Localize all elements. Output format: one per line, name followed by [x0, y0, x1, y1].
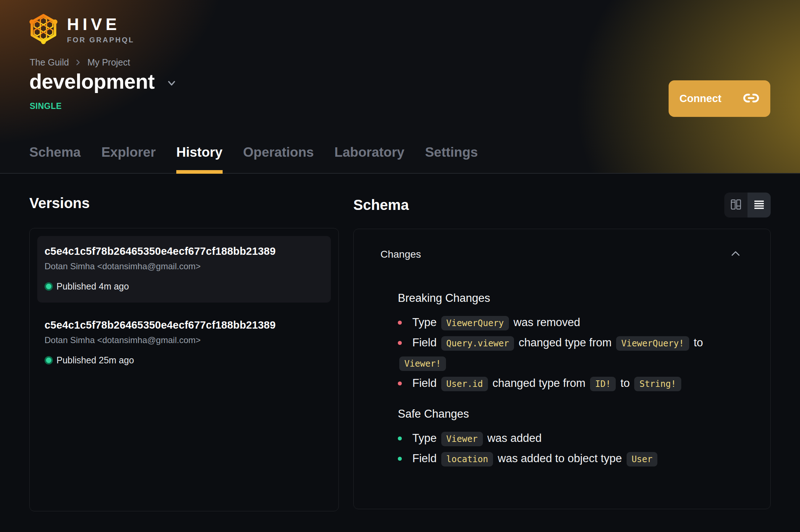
- tab-laboratory[interactable]: Laboratory: [334, 145, 404, 174]
- version-hash: c5e4c1c5f78b26465350e4ecf677cf188bb21389: [45, 319, 324, 331]
- versions-heading: Versions: [29, 195, 90, 211]
- change-item: Field Query.viewer changed type from Vie…: [398, 333, 738, 373]
- code-chip: Viewer: [441, 432, 483, 446]
- safe-changes-title: Safe Changes: [398, 408, 744, 421]
- versions-list: c5e4c1c5f78b26465350e4ecf677cf188bb21389…: [29, 228, 339, 511]
- breadcrumb-org[interactable]: The Guild: [30, 57, 69, 68]
- changes-panel: Changes Breaking Changes Type: [353, 229, 771, 509]
- code-chip: User: [627, 452, 658, 466]
- breadcrumb-project[interactable]: My Project: [87, 57, 130, 68]
- change-item: Type ViewerQuery was removed: [398, 313, 738, 333]
- page-header: HIVE FOR GRAPHQL The Guild My Project de…: [0, 0, 800, 174]
- connect-button[interactable]: Connect: [669, 80, 770, 117]
- code-chip: Query.viewer: [441, 336, 514, 351]
- code-chip: location: [441, 452, 493, 466]
- breadcrumb: The Guild My Project: [30, 57, 130, 68]
- tab-explorer[interactable]: Explorer: [101, 145, 156, 174]
- version-status-text: Published 4m ago: [56, 281, 129, 292]
- changes-section-label: Changes: [380, 249, 421, 260]
- breaking-changes-title: Breaking Changes: [398, 292, 744, 305]
- safe-bullet-icon: [398, 457, 402, 461]
- tab-settings[interactable]: Settings: [425, 145, 478, 174]
- versions-column: Versions c5e4c1c5f78b26465350e4ecf677cf1…: [29, 195, 339, 511]
- schema-heading: Schema: [353, 197, 409, 213]
- code-chip: ID!: [590, 377, 616, 391]
- target-type-badge: SINGLE: [30, 101, 62, 111]
- link-icon: [743, 90, 759, 107]
- code-chip: ViewerQuery: [441, 316, 509, 330]
- safe-bullet-icon: [398, 436, 402, 440]
- change-item: Field location was added to object type …: [398, 449, 738, 469]
- hive-logo-icon: [29, 14, 58, 46]
- list-view-icon: [753, 198, 765, 212]
- breaking-bullet-icon: [398, 381, 402, 385]
- version-item[interactable]: c5e4c1c5f78b26465350e4ecf677cf188bb21389…: [37, 236, 331, 303]
- chevron-down-icon[interactable]: [165, 77, 178, 89]
- collapse-changes-button[interactable]: [728, 246, 744, 263]
- brand-tagline: FOR GRAPHQL: [67, 36, 134, 44]
- version-status-text: Published 25m ago: [56, 355, 134, 366]
- breaking-changes-group: Breaking Changes Type ViewerQuery was re…: [398, 292, 744, 394]
- tab-history[interactable]: History: [176, 145, 222, 174]
- code-chip: ViewerQuery!: [616, 336, 689, 351]
- columns-view-button[interactable]: [724, 193, 748, 218]
- schema-column: Schema: [353, 195, 771, 511]
- hive-app: HIVE FOR GRAPHQL The Guild My Project de…: [0, 0, 800, 532]
- code-chip: Viewer!: [399, 356, 446, 371]
- code-chip: String!: [634, 377, 681, 391]
- brand-name: HIVE: [67, 16, 134, 33]
- breaking-bullet-icon: [398, 321, 402, 325]
- tab-schema[interactable]: Schema: [29, 145, 81, 174]
- tab-operations[interactable]: Operations: [243, 145, 314, 174]
- version-hash: c5e4c1c5f78b26465350e4ecf677cf188bb21389: [45, 245, 324, 257]
- brand-logo[interactable]: HIVE FOR GRAPHQL: [29, 14, 134, 46]
- published-status-dot: [46, 284, 51, 289]
- main-tabs: Schema Explorer History Operations Labor…: [29, 145, 478, 174]
- change-item: Field User.id changed type from ID! to S…: [398, 373, 738, 394]
- change-item: Type Viewer was added: [398, 428, 738, 449]
- target-title: development: [29, 69, 155, 93]
- columns-view-icon: [729, 198, 742, 212]
- chevron-right-icon: [74, 59, 82, 66]
- published-status-dot: [46, 358, 51, 363]
- version-author: Dotan Simha <dotansimha@gmail.com>: [45, 261, 324, 271]
- version-author: Dotan Simha <dotansimha@gmail.com>: [45, 335, 324, 345]
- version-item[interactable]: c5e4c1c5f78b26465350e4ecf677cf188bb21389…: [37, 310, 331, 376]
- safe-changes-group: Safe Changes Type Viewer was added Field…: [398, 408, 744, 469]
- chevron-up-icon: [729, 247, 742, 261]
- code-chip: User.id: [441, 377, 488, 391]
- breaking-bullet-icon: [398, 341, 402, 345]
- main-content: Versions c5e4c1c5f78b26465350e4ecf677cf1…: [0, 174, 800, 511]
- view-mode-toggle: [724, 193, 771, 218]
- list-view-button[interactable]: [748, 193, 771, 218]
